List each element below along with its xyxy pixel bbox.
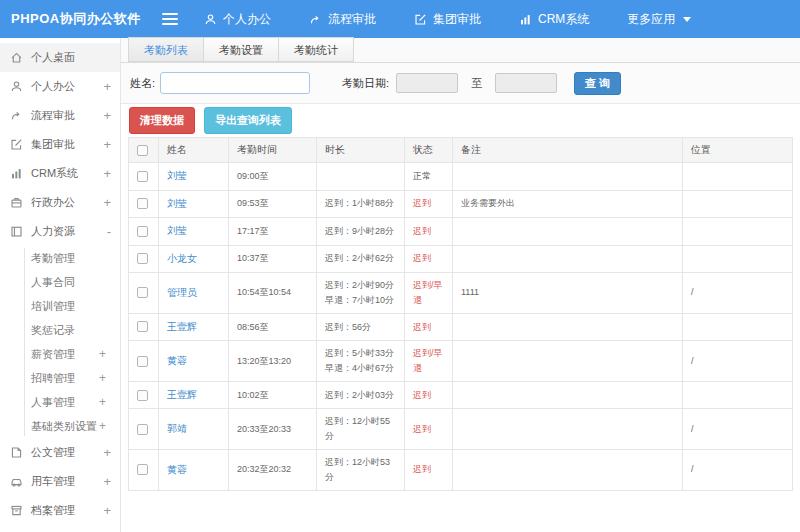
sidebar-item-personal-desktop[interactable]: 个人桌面: [0, 43, 120, 72]
duration-cell: [317, 163, 405, 191]
nav-item-label: 流程审批: [328, 11, 376, 28]
location-cell: [683, 218, 793, 246]
sidebar-subitem-attendance-management[interactable]: 考勤管理: [0, 246, 120, 270]
sidebar-subitem-label: 人事合同: [31, 275, 75, 290]
time-cell: 17:17至: [229, 218, 317, 246]
status-cell: 正常: [405, 163, 453, 191]
table-row: 小龙女10:37至迟到：2小时62分迟到: [129, 245, 793, 273]
table-row: 刘莹09:00至正常: [129, 163, 793, 191]
tab-attendance-list[interactable]: 考勤列表: [128, 37, 204, 62]
home-icon: [10, 51, 24, 64]
row-checkbox[interactable]: [137, 171, 148, 182]
caret-down-icon: [683, 17, 691, 22]
sidebar-subitem-personnel-contract[interactable]: 人事合同: [0, 270, 120, 294]
nav-item-label: CRM系统: [538, 11, 589, 28]
duration-cell: 迟到：5小时33分 早退：4小时67分: [317, 341, 405, 382]
select-all-checkbox[interactable]: [137, 145, 148, 156]
nav-item-group-approval[interactable]: 集团审批: [414, 11, 481, 28]
row-checkbox[interactable]: [137, 464, 148, 475]
query-button[interactable]: 查 询: [574, 72, 621, 95]
name-input[interactable]: [160, 72, 310, 94]
employee-link[interactable]: 黄蓉: [167, 355, 187, 366]
date-from-input[interactable]: [396, 73, 458, 93]
sidebar-item-vehicle-management[interactable]: 用车管理+: [0, 467, 120, 496]
status-cell: 迟到/早退: [405, 341, 453, 382]
row-checkbox[interactable]: [137, 356, 148, 367]
sidebar-subitem-label: 人事管理: [31, 395, 75, 410]
name-cell: 管理员: [159, 273, 229, 314]
status-cell: 迟到: [405, 450, 453, 491]
employee-link[interactable]: 王壹辉: [167, 389, 197, 400]
sidebar-subitem-recruit-management[interactable]: 招聘管理+: [0, 366, 120, 390]
nav-item-personal-office[interactable]: 个人办公: [204, 11, 271, 28]
export-list-button[interactable]: 导出查询列表: [204, 107, 292, 134]
sidebar-item-label: CRM系统: [31, 166, 78, 181]
nav-menu: 个人办公流程审批集团审批CRM系统更多应用: [204, 11, 691, 28]
location-cell: [683, 190, 793, 218]
sidebar-item-label: 人力资源: [31, 224, 75, 239]
row-checkbox[interactable]: [137, 390, 148, 401]
tab-attendance-stats[interactable]: 考勤统计: [278, 37, 354, 62]
employee-link[interactable]: 郭靖: [167, 423, 187, 434]
employee-link[interactable]: 小龙女: [167, 253, 197, 264]
status-cell: 迟到: [405, 190, 453, 218]
employee-link[interactable]: 管理员: [167, 287, 197, 298]
note-cell: [453, 450, 683, 491]
table-row: 刘莹09:53至迟到：1小时88分迟到业务需要外出: [129, 190, 793, 218]
doc-icon: [10, 446, 24, 459]
sidebar-subitem-salary-management[interactable]: 薪资管理+: [0, 342, 120, 366]
sidebar-subitem-base-category-settings[interactable]: 基础类别设置+: [0, 414, 120, 438]
location-cell: [683, 245, 793, 273]
nav-item-label: 集团审批: [433, 11, 481, 28]
row-checkbox[interactable]: [137, 253, 148, 264]
employee-link[interactable]: 刘莹: [167, 198, 187, 209]
checkbox-cell: [129, 218, 159, 246]
nav-item-crm-system[interactable]: CRM系统: [519, 11, 589, 28]
sidebar-subitem-training-management[interactable]: 培训管理: [0, 294, 120, 318]
sidebar-item-workflow-approval[interactable]: 流程审批+: [0, 101, 120, 130]
date-to-input[interactable]: [495, 73, 557, 93]
sidebar-item-archive-management[interactable]: 档案管理+: [0, 496, 120, 525]
table-row: 王壹辉08:56至迟到：56分迟到: [129, 313, 793, 341]
sidebar-item-crm-system[interactable]: CRM系统+: [0, 159, 120, 188]
col-time: 考勤时间: [229, 138, 317, 163]
row-checkbox[interactable]: [137, 198, 148, 209]
time-cell: 10:37至: [229, 245, 317, 273]
employee-link[interactable]: 刘莹: [167, 170, 187, 181]
employee-link[interactable]: 王壹辉: [167, 321, 197, 332]
table-row: 王壹辉10:02至迟到：2小时03分迟到: [129, 381, 793, 409]
name-cell: 刘莹: [159, 218, 229, 246]
checkbox-cell: [129, 409, 159, 450]
status-cell: 迟到/早退: [405, 273, 453, 314]
nav-item-more-apps[interactable]: 更多应用: [627, 11, 691, 28]
sidebar-item-personal-office[interactable]: 个人办公+: [0, 72, 120, 101]
row-checkbox[interactable]: [137, 424, 148, 435]
employee-link[interactable]: 刘莹: [167, 225, 187, 236]
nav-item-workflow-approval[interactable]: 流程审批: [309, 11, 376, 28]
plus-icon: +: [103, 166, 111, 181]
sidebar-subitem-personnel-management[interactable]: 人事管理+: [0, 390, 120, 414]
row-checkbox[interactable]: [137, 287, 148, 298]
row-checkbox[interactable]: [137, 321, 148, 332]
status-badge: 正常: [413, 171, 431, 181]
employee-link[interactable]: 黄蓉: [167, 464, 187, 475]
to-label: 至: [471, 76, 482, 91]
user-icon: [204, 13, 217, 26]
status-cell: 迟到: [405, 218, 453, 246]
sidebar-item-project-management[interactable]: 项目管理+: [0, 525, 120, 532]
workflow-icon: [309, 13, 322, 26]
clean-data-button[interactable]: 清理数据: [129, 107, 195, 134]
tab-attendance-settings[interactable]: 考勤设置: [203, 37, 279, 62]
table-row: 黄蓉13:20至13:20迟到：5小时33分 早退：4小时67分迟到/早退/: [129, 341, 793, 382]
table-row: 黄蓉20:32至20:32迟到：12小时53分迟到/: [129, 450, 793, 491]
sidebar-item-admin-office[interactable]: 行政办公+: [0, 188, 120, 217]
note-cell: 1111: [453, 273, 683, 314]
sidebar-item-group-approval[interactable]: 集团审批+: [0, 130, 120, 159]
sidebar-subitem-reward-punishment[interactable]: 奖惩记录: [0, 318, 120, 342]
sidebar-item-human-resources[interactable]: 人力资源-: [0, 217, 120, 246]
sidebar-item-document-management[interactable]: 公文管理+: [0, 438, 120, 467]
row-checkbox[interactable]: [137, 226, 148, 237]
menu-toggle-icon[interactable]: [162, 13, 178, 25]
time-cell: 10:02至: [229, 381, 317, 409]
archive-icon: [10, 504, 24, 517]
